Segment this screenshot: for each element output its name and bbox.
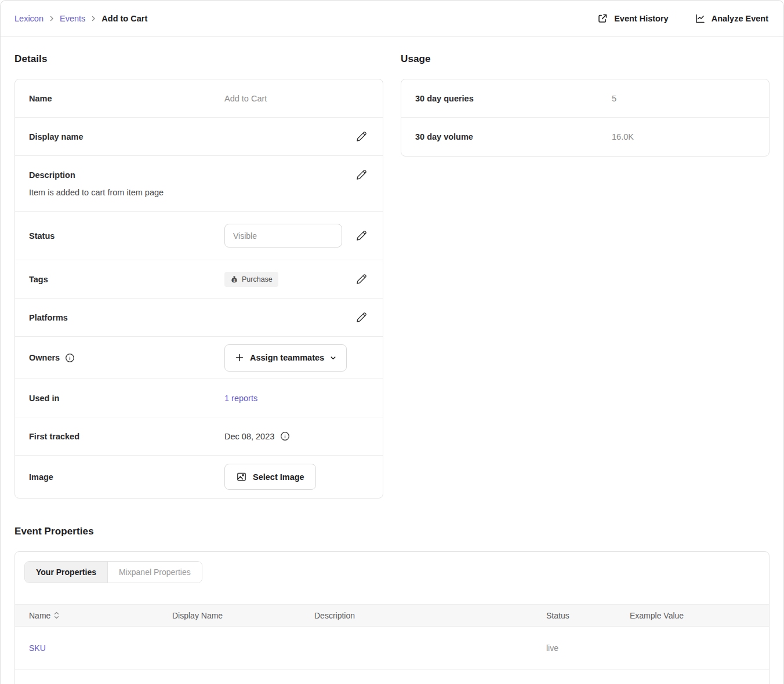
status-input[interactable]: [224, 224, 342, 248]
usage-row-volume: 30 day volume 16.0K: [401, 118, 769, 156]
analyze-event-button[interactable]: Analyze Event: [694, 13, 768, 24]
event-history-label: Event History: [614, 14, 668, 23]
detail-row-used-in: Used in 1 reports: [15, 379, 383, 417]
used-in-label: Used in: [29, 394, 224, 403]
status-label: Status: [29, 231, 224, 241]
plus-icon: [235, 353, 244, 362]
first-tracked-label: First tracked: [29, 432, 224, 441]
status-cell: live: [546, 670, 630, 684]
owners-label: Owners: [29, 353, 60, 362]
main-content: Details Name Add to Cart Display name: [1, 37, 783, 684]
detail-row-image: Image Select Image: [15, 456, 383, 498]
money-bag-icon: $: [230, 275, 238, 283]
analyze-event-label: Analyze Event: [712, 14, 768, 23]
table-row[interactable]: SKU live: [15, 627, 769, 670]
edit-platforms-button[interactable]: [354, 310, 369, 325]
name-label: Name: [29, 94, 224, 103]
breadcrumb-current-event: Add to Cart: [101, 14, 147, 23]
pencil-icon: [355, 169, 368, 181]
column-header-display-name: Display Name: [172, 605, 314, 627]
chevron-right-icon: [90, 16, 96, 21]
tags-label: Tags: [29, 275, 224, 284]
display-name-label: Display name: [29, 132, 224, 141]
detail-row-display-name: Display name: [15, 118, 383, 156]
image-label: Image: [29, 472, 224, 482]
properties-tab-group: Your Properties Mixpanel Properties: [24, 561, 202, 583]
sort-icon: [54, 612, 59, 619]
column-header-description: Description: [314, 605, 546, 627]
line-chart-icon: [694, 13, 706, 24]
table-header-row: Name Display Name Description Status Exa…: [15, 605, 769, 627]
select-image-button[interactable]: Select Image: [224, 464, 316, 490]
example-value-cell: [630, 670, 769, 684]
edit-description-button[interactable]: [354, 168, 369, 182]
pencil-icon: [355, 130, 368, 143]
property-link-sku[interactable]: SKU: [29, 643, 46, 653]
chevron-right-icon: [49, 16, 55, 21]
event-history-button[interactable]: Event History: [597, 13, 668, 24]
used-in-reports-link[interactable]: 1 reports: [224, 394, 257, 403]
detail-row-name: Name Add to Cart: [15, 79, 383, 118]
first-tracked-value: Dec 08, 2023: [224, 432, 274, 441]
details-card: Name Add to Cart Display name: [14, 79, 383, 499]
example-value-cell: [630, 627, 769, 670]
select-image-label: Select Image: [253, 472, 304, 482]
info-icon[interactable]: [65, 353, 75, 363]
edit-tags-button[interactable]: [354, 272, 369, 286]
top-bar-actions: Event History Analyze Event: [597, 13, 768, 24]
usage-section: Usage 30 day queries 5 30 day volume 16.…: [401, 52, 770, 157]
detail-row-status: Status: [15, 212, 383, 260]
name-column-label: Name: [29, 611, 50, 620]
edit-status-button[interactable]: [354, 228, 369, 243]
volume-value: 16.0K: [612, 132, 755, 141]
table-row[interactable]: Scroll % live: [15, 670, 769, 684]
lexicon-event-detail-page: Lexicon Events Add to Cart Event History: [0, 0, 784, 684]
image-icon: [236, 471, 247, 482]
detail-row-owners: Owners Assign teammates: [15, 337, 383, 379]
queries-label: 30 day queries: [415, 94, 612, 103]
breadcrumb-events[interactable]: Events: [60, 14, 85, 23]
top-bar: Lexicon Events Add to Cart Event History: [1, 1, 783, 37]
status-cell: live: [546, 627, 630, 670]
info-icon[interactable]: [280, 431, 290, 441]
column-header-status: Status: [546, 605, 630, 627]
pencil-icon: [355, 230, 368, 242]
chevron-down-icon: [330, 355, 336, 361]
display-name-cell: [172, 627, 314, 670]
usage-title: Usage: [401, 52, 770, 67]
event-properties-title: Event Properties: [14, 524, 770, 539]
assign-teammates-label: Assign teammates: [250, 353, 324, 362]
tag-chip-purchase: $ Purchase: [224, 272, 278, 287]
external-link-icon: [597, 13, 608, 24]
pencil-icon: [355, 311, 368, 323]
pencil-icon: [355, 273, 368, 285]
queries-value: 5: [612, 94, 755, 103]
detail-row-platforms: Platforms: [15, 299, 383, 337]
platforms-label: Platforms: [29, 313, 224, 322]
properties-table: Name Display Name Description Status Exa…: [15, 604, 769, 684]
assign-teammates-button[interactable]: Assign teammates: [224, 344, 347, 372]
detail-row-description: Description Item is added to cart from i…: [15, 156, 383, 212]
tab-mixpanel-properties[interactable]: Mixpanel Properties: [107, 562, 202, 583]
description-cell: [314, 627, 546, 670]
tab-your-properties[interactable]: Your Properties: [25, 562, 107, 583]
event-properties-section: Event Properties Your Properties Mixpane…: [14, 524, 770, 684]
details-title: Details: [14, 52, 383, 67]
description-cell: [314, 670, 546, 684]
event-properties-card: Your Properties Mixpanel Properties Name: [14, 551, 770, 684]
breadcrumb-lexicon[interactable]: Lexicon: [14, 14, 43, 23]
description-value: Item is added to cart from item page: [29, 188, 369, 197]
display-name-cell: [172, 670, 314, 684]
volume-label: 30 day volume: [415, 132, 612, 141]
usage-card: 30 day queries 5 30 day volume 16.0K: [401, 79, 770, 157]
details-section: Details Name Add to Cart Display name: [14, 52, 383, 499]
description-label: Description: [29, 170, 224, 180]
name-value: Add to Cart: [224, 94, 369, 103]
breadcrumb: Lexicon Events Add to Cart: [14, 14, 147, 23]
detail-row-tags: Tags $ Purchase: [15, 260, 383, 299]
detail-row-first-tracked: First tracked Dec 08, 2023: [15, 417, 383, 456]
tag-label: Purchase: [242, 275, 273, 283]
column-header-name[interactable]: Name: [15, 605, 172, 627]
edit-display-name-button[interactable]: [354, 129, 369, 144]
column-header-example-value: Example Value: [630, 605, 769, 627]
